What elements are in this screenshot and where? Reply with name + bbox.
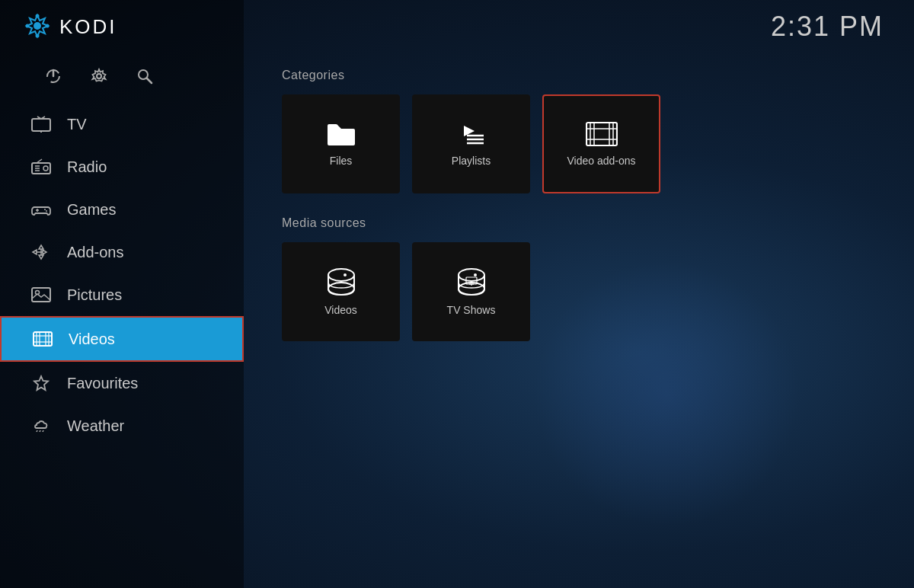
media-sources-title: Media sources	[282, 216, 884, 230]
games-icon	[30, 199, 52, 220]
svg-point-2	[36, 14, 40, 18]
svg-line-10	[147, 78, 152, 83]
sidebar-controls	[0, 57, 244, 103]
hdd-tvshows-icon	[456, 267, 487, 296]
sidebar-label-tv: TV	[67, 116, 87, 133]
hdd-videos-icon	[326, 267, 356, 296]
playlists-item[interactable]: Playlists	[412, 94, 530, 193]
svg-point-24	[44, 209, 46, 210]
logo-area: KODI	[23, 12, 117, 41]
video-addons-label: Video add-ons	[567, 155, 635, 167]
svg-rect-44	[586, 123, 617, 145]
sidebar-label-games: Games	[67, 201, 116, 219]
svg-rect-26	[32, 288, 50, 302]
svg-point-54	[459, 269, 484, 281]
sidebar-item-addons[interactable]: Add-ons	[0, 231, 244, 273]
files-label: Files	[330, 155, 353, 167]
media-sources-grid: Videos TV Shows	[282, 242, 884, 341]
sidebar-item-games[interactable]: Games	[0, 188, 244, 231]
playlists-label: Playlists	[452, 155, 491, 167]
svg-point-56	[474, 273, 477, 276]
svg-point-53	[344, 273, 347, 276]
categories-title: Categories	[282, 69, 884, 82]
tv-icon	[30, 113, 52, 135]
sidebar-label-pictures: Pictures	[67, 286, 122, 304]
radio-icon	[30, 156, 52, 177]
svg-point-3	[36, 34, 40, 38]
svg-line-38	[43, 430, 43, 432]
addons-icon	[30, 241, 52, 263]
svg-point-4	[26, 24, 30, 28]
video-addons-item[interactable]: Video add-ons	[542, 94, 660, 193]
sidebar-item-pictures[interactable]: Pictures	[0, 273, 244, 316]
svg-point-51	[328, 269, 354, 281]
svg-point-5	[46, 24, 50, 28]
categories-grid: Files Playlists	[282, 94, 884, 193]
svg-point-1	[34, 22, 41, 30]
sidebar-label-videos: Videos	[69, 331, 115, 348]
svg-marker-35	[34, 376, 48, 390]
tv-shows-label: TV Shows	[447, 304, 496, 316]
sidebar: TV Radio Games	[0, 0, 244, 588]
sidebar-label-addons: Add-ons	[67, 244, 124, 261]
clock-display: 2:31 PM	[771, 11, 884, 43]
svg-point-52	[328, 283, 354, 295]
sidebar-item-favourites[interactable]: Favourites	[0, 362, 244, 404]
weather-icon	[30, 415, 52, 436]
svg-line-36	[37, 430, 37, 432]
favourites-icon	[30, 372, 52, 394]
sidebar-label-weather: Weather	[67, 417, 124, 435]
videos-source-label: Videos	[324, 304, 357, 316]
svg-point-25	[46, 210, 47, 212]
sidebar-item-videos[interactable]: Videos	[0, 316, 244, 362]
sidebar-item-radio[interactable]: Radio	[0, 145, 244, 188]
sidebar-item-weather[interactable]: Weather	[0, 404, 244, 447]
files-item[interactable]: Files	[282, 94, 400, 193]
pictures-icon	[30, 284, 52, 305]
search-button[interactable]	[133, 65, 156, 88]
header: KODI 2:31 PM	[0, 0, 914, 53]
svg-rect-11	[32, 119, 50, 131]
svg-point-8	[97, 74, 101, 78]
svg-point-17	[43, 166, 48, 171]
sidebar-label-favourites: Favourites	[67, 375, 138, 392]
sidebar-item-tv[interactable]: TV	[0, 103, 244, 145]
power-button[interactable]	[42, 65, 65, 88]
kodi-logo-icon	[23, 12, 52, 41]
film-icon	[586, 121, 618, 147]
folder-icon	[326, 121, 356, 147]
kodi-logo-text: KODI	[59, 15, 117, 39]
settings-button[interactable]	[88, 65, 110, 88]
sidebar-label-radio: Radio	[67, 158, 107, 176]
videos-icon	[32, 328, 53, 350]
videos-source-item[interactable]: Videos	[282, 242, 400, 341]
tv-shows-item[interactable]: TV Shows	[412, 242, 530, 341]
main-content: Categories Files Playlists	[251, 53, 914, 588]
playlist-icon	[456, 121, 487, 147]
svg-line-37	[40, 430, 40, 432]
svg-rect-39	[458, 123, 485, 145]
